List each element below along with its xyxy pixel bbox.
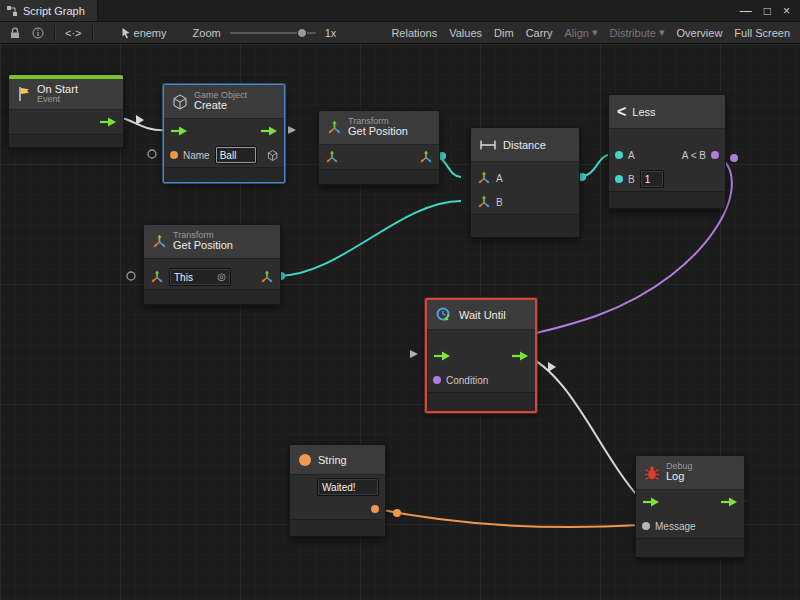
node-title: String [318, 454, 347, 466]
window-controls: — □ × [740, 0, 800, 22]
graph-toolbar: <·> enemy Zoom 1x Relations Values Dim C… [0, 22, 800, 44]
zoom-value: 1x [325, 27, 337, 39]
node-less[interactable]: < Less A A < B B [608, 94, 726, 209]
node-debug-log[interactable]: Debug Log Message [635, 455, 745, 558]
close-button[interactable]: × [783, 0, 790, 22]
target-picker-icon[interactable]: ◎ [217, 272, 226, 282]
flow-in-port[interactable] [642, 497, 660, 507]
node-title: Create [194, 100, 247, 112]
maximize-button[interactable]: □ [764, 0, 771, 22]
graph-owner-button[interactable]: enemy [115, 22, 173, 43]
wait-clock-icon [435, 306, 453, 324]
this-value: This [174, 272, 193, 283]
wire-arrowhead [548, 362, 556, 372]
values-button[interactable]: Values [443, 22, 488, 43]
align-label: Align [565, 27, 589, 39]
node-title: Log [666, 471, 693, 483]
node-title: Get Position [173, 240, 233, 252]
flow-out-port[interactable] [99, 117, 117, 127]
fullscreen-button[interactable]: Full Screen [728, 22, 796, 43]
transform-in-port[interactable] [150, 270, 164, 284]
gameobject-out-port[interactable] [267, 149, 278, 162]
number-in-port-b[interactable] [615, 175, 623, 183]
flow-stub-arrow [410, 350, 418, 358]
zoom-slider[interactable] [230, 32, 316, 34]
wire-string-log-message[interactable] [372, 508, 641, 527]
minimize-button[interactable]: — [740, 0, 752, 22]
dim-button[interactable]: Dim [488, 22, 520, 43]
vector3-out-port[interactable] [419, 150, 433, 164]
transform-icon [152, 234, 167, 249]
pointer-icon [121, 27, 131, 39]
relations-button[interactable]: Relations [385, 22, 443, 43]
node-string-literal[interactable]: String [289, 444, 386, 537]
string-value-input[interactable] [317, 478, 379, 496]
condition-label: Condition [446, 375, 488, 386]
node-title: Less [632, 106, 655, 118]
condition-in-port[interactable] [433, 376, 441, 384]
node-distance[interactable]: Distance A B [470, 127, 580, 238]
node-title: Distance [503, 139, 546, 151]
default-value-toggle[interactable] [127, 272, 135, 280]
vector3-out-port[interactable] [260, 270, 274, 284]
output-label: A < B [682, 150, 706, 161]
bool-out-port[interactable] [711, 151, 719, 159]
message-in-port[interactable] [642, 522, 650, 530]
window-titlebar: Script Graph — □ × [0, 0, 800, 22]
tab-script-graph[interactable]: Script Graph [0, 0, 98, 21]
flow-stub-arrow [288, 126, 296, 134]
this-field[interactable]: This ◎ [169, 268, 231, 286]
tab-title: Script Graph [23, 5, 85, 17]
node-get-position-1[interactable]: Transform Get Position [318, 110, 440, 185]
distribute-label: Distribute [610, 27, 656, 39]
vector3-in-port-b[interactable] [477, 195, 491, 209]
string-out-port[interactable] [371, 505, 379, 513]
vector3-in-port-a[interactable] [477, 171, 491, 185]
flag-icon [17, 86, 31, 102]
inspect-button[interactable]: <·> [59, 22, 88, 43]
transform-icon [327, 120, 342, 135]
node-create-gameobject[interactable]: Game Object Create Name [163, 84, 285, 183]
less-icon: < [617, 104, 626, 120]
flow-out-port[interactable] [511, 351, 529, 361]
carry-button[interactable]: Carry [520, 22, 559, 43]
flow-out-port[interactable] [260, 126, 278, 136]
string-in-port[interactable] [170, 151, 178, 159]
b-value-input[interactable] [640, 170, 664, 188]
message-label: Message [655, 521, 696, 532]
name-input[interactable] [215, 146, 257, 164]
port-label-a: A [496, 173, 503, 184]
flow-in-port[interactable] [170, 126, 188, 136]
ruler-icon [479, 139, 497, 151]
align-dropdown[interactable]: Align ▾ [559, 22, 604, 43]
node-subtitle: Event [37, 95, 78, 104]
overview-button[interactable]: Overview [671, 22, 729, 43]
relations-label: Relations [391, 27, 437, 39]
port-label-name: Name [183, 150, 210, 161]
graph-canvas[interactable]: On Start Event Game Object Create [0, 44, 800, 600]
number-in-port-a[interactable] [615, 151, 623, 159]
flow-in-port[interactable] [433, 351, 451, 361]
chevron-down-icon: ▾ [592, 26, 598, 39]
info-button[interactable] [26, 22, 50, 43]
value-bead [730, 154, 738, 162]
toolbar-separator [54, 25, 55, 41]
default-value-toggle[interactable] [148, 150, 156, 158]
string-icon [298, 453, 312, 467]
node-wait-until[interactable]: Wait Until Condition [425, 298, 537, 413]
wire-flow-waituntil-log[interactable] [523, 354, 641, 500]
zoom-slider-knob[interactable] [297, 28, 307, 38]
toolbar-separator [92, 25, 93, 41]
zoom-control: Zoom 1x [187, 22, 343, 43]
distribute-dropdown[interactable]: Distribute ▾ [604, 22, 671, 43]
graph-owner-label: enemy [134, 27, 167, 39]
bug-icon [644, 466, 660, 480]
node-get-position-2[interactable]: Transform Get Position This ◎ [143, 224, 281, 305]
values-label: Values [449, 27, 482, 39]
wire-getposition-distance-b[interactable] [278, 201, 461, 276]
lock-icon [10, 27, 20, 39]
flow-out-port[interactable] [720, 497, 738, 507]
transform-in-port[interactable] [325, 150, 339, 164]
node-on-start-event[interactable]: On Start Event [8, 74, 124, 148]
lock-button[interactable] [4, 22, 26, 43]
